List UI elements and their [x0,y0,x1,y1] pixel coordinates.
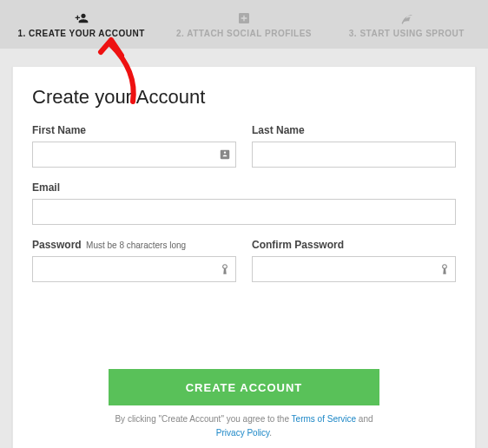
step-start-using[interactable]: 3. START USING SPROUT [326,0,488,49]
leaf-icon [399,11,413,25]
plus-square-icon [237,11,251,25]
key-icon [219,263,231,275]
password-label-text: Password [32,239,82,251]
step-label: 3. START USING SPROUT [349,29,465,38]
step-label: 1. CREATE YOUR ACCOUNT [17,29,144,38]
create-account-button[interactable]: CREATE ACCOUNT [109,369,379,405]
password-group: Password Must be 8 characters long [32,239,236,282]
submit-area: CREATE ACCOUNT By clicking "Create Accou… [13,369,475,440]
page-title: Create your Account [32,86,456,109]
legal-prefix: By clicking "Create Account" you agree t… [115,414,291,424]
form-card: Create your Account First Name Last Name… [12,66,476,448]
password-hint: Must be 8 characters long [86,240,186,250]
email-group: Email [32,181,456,225]
terms-of-service-link[interactable]: Terms of Service [292,414,356,424]
person-add-icon [75,11,89,25]
first-name-input[interactable] [32,142,236,168]
first-name-group: First Name [32,124,236,168]
last-name-input[interactable] [252,142,456,168]
legal-and: and [356,414,373,424]
step-label: 2. ATTACH SOCIAL PROFILES [176,29,312,38]
step-attach-profiles[interactable]: 2. ATTACH SOCIAL PROFILES [162,0,325,49]
email-input[interactable] [32,199,456,225]
key-icon [439,263,451,275]
confirm-password-group: Confirm Password [252,239,456,282]
steps-bar: 1. CREATE YOUR ACCOUNT 2. ATTACH SOCIAL … [0,0,488,49]
last-name-label: Last Name [252,124,456,136]
step-create-account[interactable]: 1. CREATE YOUR ACCOUNT [0,0,162,49]
last-name-group: Last Name [252,124,456,168]
confirm-password-input[interactable] [252,256,456,282]
confirm-password-label: Confirm Password [252,239,456,251]
legal-period: . [269,428,272,438]
contact-card-icon [219,148,231,161]
email-label: Email [32,181,456,194]
first-name-label: First Name [32,124,236,136]
legal-text: By clicking "Create Account" you agree t… [109,412,379,440]
password-label: Password Must be 8 characters long [32,239,236,251]
privacy-policy-link[interactable]: Privacy Policy [216,428,270,438]
password-input[interactable] [32,256,236,282]
